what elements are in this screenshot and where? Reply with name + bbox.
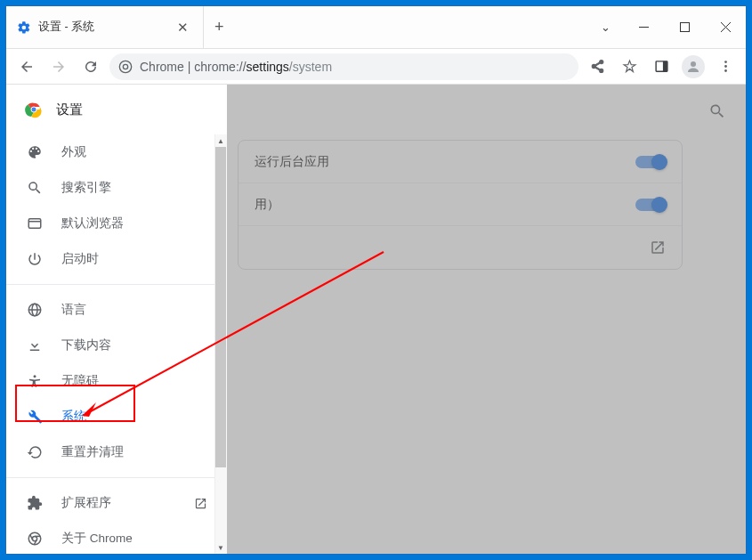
scroll-up-arrow-icon[interactable]: ▲ (214, 134, 227, 147)
sidebar-label: 扩展程序 (61, 495, 111, 511)
profile-button[interactable] (680, 53, 707, 80)
sidebar-item-accessibility[interactable]: 无障碍 (6, 363, 227, 399)
side-panel-icon[interactable] (648, 53, 675, 80)
scrollbar-thumb[interactable] (215, 147, 226, 467)
dim-overlay (227, 85, 746, 554)
sidebar-item-about-chrome[interactable]: 关于 Chrome (6, 521, 227, 554)
address-bar[interactable]: Chrome | chrome://settings/system (109, 53, 578, 80)
sidebar-item-languages[interactable]: 语言 (6, 292, 227, 328)
svg-point-20 (34, 375, 36, 377)
power-icon (26, 251, 44, 267)
minimize-button[interactable] (623, 13, 664, 42)
avatar-icon (682, 55, 705, 78)
menu-button[interactable] (712, 53, 739, 80)
settings-sidebar: 设置 外观 搜索引擎 默认浏览器 启动时 (6, 85, 227, 554)
settings-main: 运行后台应用 用） (227, 85, 746, 554)
tab-title: 设置 - 系统 (38, 20, 166, 35)
sidebar-label: 外观 (61, 144, 86, 160)
sidebar-item-extensions[interactable]: 扩展程序 (6, 485, 227, 521)
svg-rect-1 (680, 23, 689, 32)
extension-icon (26, 495, 44, 511)
wrench-icon (26, 409, 44, 425)
svg-point-9 (724, 61, 727, 63)
svg-point-5 (123, 64, 127, 69)
svg-rect-7 (662, 61, 667, 71)
browser-window: 设置 - 系统 ✕ + ⌄ (5, 5, 747, 555)
download-icon (26, 337, 44, 353)
restore-icon (26, 444, 44, 460)
sidebar-item-reset[interactable]: 重置并清理 (6, 434, 227, 470)
titlebar-drag-area[interactable] (235, 6, 588, 48)
bookmark-icon[interactable] (616, 53, 643, 80)
chrome-outline-icon (26, 531, 44, 547)
svg-rect-15 (28, 219, 41, 229)
accessibility-icon (26, 373, 44, 389)
browser-icon (26, 215, 44, 231)
palette-icon (26, 144, 44, 160)
svg-point-4 (119, 61, 131, 72)
reload-button[interactable] (77, 53, 104, 80)
close-tab-button[interactable]: ✕ (174, 20, 192, 36)
close-window-button[interactable] (705, 13, 746, 42)
svg-point-10 (724, 65, 727, 68)
svg-point-8 (691, 61, 696, 67)
sidebar-label: 关于 Chrome (61, 531, 133, 547)
sidebar-label: 重置并清理 (61, 444, 124, 460)
content-area: 设置 外观 搜索引擎 默认浏览器 启动时 (6, 85, 746, 554)
chrome-icon (118, 60, 133, 74)
scroll-down-arrow-icon[interactable]: ▼ (214, 541, 227, 554)
sidebar-label: 无障碍 (61, 373, 99, 389)
chrome-logo-icon (24, 100, 44, 119)
back-button[interactable] (13, 53, 40, 80)
sidebar-label: 默认浏览器 (61, 215, 124, 231)
maximize-button[interactable] (664, 13, 705, 42)
sidebar-label: 启动时 (61, 251, 99, 267)
divider (6, 284, 227, 285)
sidebar-item-default-browser[interactable]: 默认浏览器 (6, 206, 227, 241)
sidebar-item-appearance[interactable]: 外观 (6, 134, 227, 170)
share-icon[interactable] (584, 53, 610, 80)
toolbar: Chrome | chrome://settings/system (6, 49, 746, 85)
sidebar-header: 设置 (6, 85, 227, 134)
browser-tab[interactable]: 设置 - 系统 ✕ (6, 6, 204, 48)
sidebar-list[interactable]: 外观 搜索引擎 默认浏览器 启动时 语言 (6, 134, 227, 554)
window-controls: ⌄ (588, 6, 746, 48)
address-text: Chrome | chrome://settings/system (140, 60, 332, 74)
sidebar-title: 设置 (56, 101, 83, 118)
sidebar-label: 语言 (61, 302, 86, 318)
divider (6, 477, 227, 478)
gear-icon (17, 20, 31, 35)
plus-icon: + (214, 18, 224, 37)
forward-button[interactable] (45, 53, 72, 80)
titlebar: 设置 - 系统 ✕ + ⌄ (6, 6, 746, 49)
external-link-icon (194, 497, 207, 510)
chevron-down-icon[interactable]: ⌄ (588, 20, 623, 34)
sidebar-scrollbar[interactable]: ▲ ▼ (214, 134, 227, 554)
sidebar-item-on-startup[interactable]: 启动时 (6, 241, 227, 277)
sidebar-item-system[interactable]: 系统 (6, 399, 227, 434)
svg-point-11 (724, 69, 727, 72)
sidebar-label: 系统 (61, 409, 86, 425)
search-icon (26, 180, 44, 196)
sidebar-label: 搜索引擎 (61, 180, 111, 196)
globe-icon (26, 302, 44, 318)
sidebar-item-downloads[interactable]: 下载内容 (6, 328, 227, 363)
sidebar-label: 下载内容 (61, 337, 111, 353)
sidebar-item-search-engine[interactable]: 搜索引擎 (6, 170, 227, 206)
new-tab-button[interactable]: + (204, 6, 235, 48)
